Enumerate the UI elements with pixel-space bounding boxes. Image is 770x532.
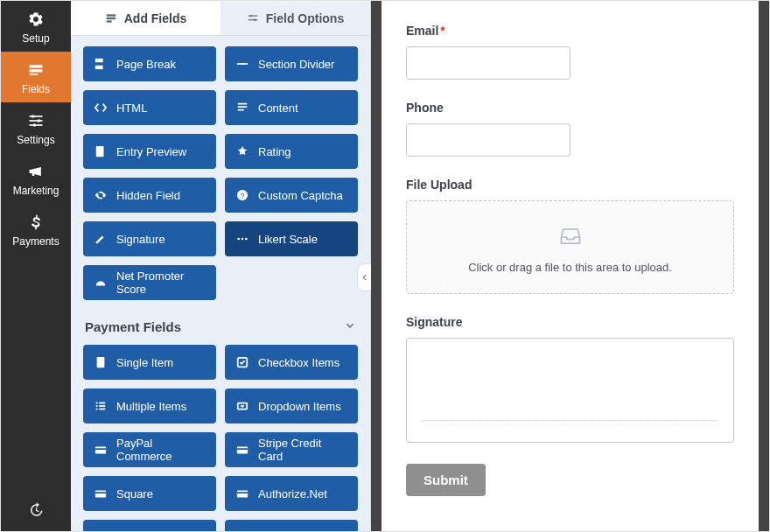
nav-item-marketing[interactable]: Marketing (1, 153, 71, 204)
svg-rect-20 (238, 106, 248, 108)
panel-tabs: Add Fields Field Options (71, 1, 370, 36)
card-icon (94, 486, 108, 500)
field-btn-signature[interactable]: Signature (83, 221, 216, 256)
inbox-icon (558, 224, 583, 252)
svg-rect-22 (96, 146, 104, 157)
field-label: Email* (406, 24, 734, 38)
field-btn-total[interactable]: Total (225, 520, 358, 531)
field-btn-html[interactable]: HTML (83, 90, 216, 125)
field-btn-stripe-credit-card[interactable]: Stripe Credit Card (225, 432, 358, 467)
svg-rect-34 (99, 405, 105, 407)
signature-canvas[interactable] (406, 338, 734, 443)
field-btn-authorize-net[interactable]: Authorize.Net (225, 476, 358, 511)
phone-input[interactable] (406, 123, 570, 157)
field-btn-section-divider[interactable]: Section Divider (225, 46, 358, 81)
svg-point-15 (254, 18, 256, 20)
nav-item-fields[interactable]: Fields (1, 52, 71, 102)
tab-label: Field Options (266, 11, 344, 25)
field-btn-label: Square (116, 487, 153, 500)
nav-item-setup[interactable]: Setup (1, 1, 71, 52)
field-btn-label: Checkbox Items (258, 356, 340, 369)
field-btn-page-break[interactable]: Page Break (83, 46, 216, 81)
section-header-payment-fields[interactable]: Payment Fields (85, 319, 356, 334)
pencil-icon (94, 232, 108, 246)
nav-label: Settings (17, 134, 54, 146)
submit-button[interactable]: Submit (406, 464, 486, 496)
nav-label: Fields (22, 83, 50, 95)
label-text: Email (406, 24, 438, 38)
primary-nav: Setup Fields Settings Marketing Payments (1, 1, 71, 531)
chevron-left-icon (360, 273, 369, 282)
field-btn-rating[interactable]: Rating (225, 134, 358, 169)
list-icon (94, 399, 108, 413)
field-phone[interactable]: Phone (406, 101, 734, 157)
field-btn-label: Stripe Credit Card (258, 437, 347, 463)
field-btn-dropdown-items[interactable]: Dropdown Items (225, 388, 358, 424)
field-btn-paypal-commerce[interactable]: PayPal Commerce (83, 432, 216, 467)
svg-rect-44 (237, 491, 248, 498)
card-icon (94, 443, 108, 457)
field-btn-entry-preview[interactable]: Entry Preview (83, 134, 216, 169)
svg-text:?: ? (241, 192, 245, 200)
sliders-icon (26, 111, 46, 130)
tab-add-fields[interactable]: Add Fields (71, 1, 220, 35)
field-group-payment: Single Item Checkbox Items Multiple Item… (83, 345, 358, 531)
svg-rect-16 (95, 59, 103, 62)
star-icon (235, 144, 249, 158)
field-btn-hidden-field[interactable]: Hidden Field (83, 178, 216, 213)
svg-rect-38 (95, 447, 106, 454)
nav-item-payments[interactable]: Payments (1, 204, 71, 255)
field-btn-label: Coupon (116, 531, 157, 532)
svg-rect-29 (97, 357, 105, 368)
check-icon (235, 355, 249, 369)
panel-collapse-handle[interactable] (357, 263, 371, 291)
field-btn-label: Hidden Field (116, 189, 180, 202)
gauge-icon (94, 276, 108, 290)
upload-hint: Click or drag a file to this area to upl… (468, 261, 672, 274)
field-btn-multiple-items[interactable]: Multiple Items (83, 388, 216, 424)
svg-point-26 (237, 238, 240, 241)
field-btn-custom-captcha[interactable]: ? Custom Captcha (225, 178, 358, 213)
svg-rect-11 (106, 20, 111, 22)
field-label: Phone (406, 101, 734, 115)
field-btn-label: Custom Captcha (258, 189, 343, 202)
field-email[interactable]: Email* (406, 24, 734, 80)
nav-item-settings[interactable]: Settings (1, 102, 71, 153)
eye-icon (94, 144, 108, 158)
field-btn-likert-scale[interactable]: Likert Scale (225, 221, 358, 256)
field-btn-single-item[interactable]: Single Item (83, 345, 216, 380)
field-file-upload[interactable]: File Upload Click or drag a file to this… (406, 178, 734, 294)
tab-field-options[interactable]: Field Options (220, 1, 370, 35)
dollar-icon (26, 213, 46, 232)
svg-rect-32 (99, 402, 105, 404)
field-btn-checkbox-items[interactable]: Checkbox Items (225, 345, 358, 380)
field-btn-label: Net Promoter Score (116, 270, 206, 296)
svg-rect-5 (30, 120, 43, 122)
field-btn-label: Single Item (116, 356, 173, 369)
svg-rect-42 (95, 491, 106, 498)
field-btn-square[interactable]: Square (83, 476, 216, 511)
dropdown-icon (235, 399, 249, 413)
field-signature[interactable]: Signature (406, 315, 734, 443)
card-icon (235, 486, 249, 500)
gear-icon (26, 10, 46, 29)
upload-dropzone[interactable]: Click or drag a file to this area to upl… (406, 200, 734, 294)
content-icon (235, 101, 249, 115)
form-icon (26, 60, 46, 80)
svg-point-4 (32, 115, 34, 117)
submit-row: Submit (406, 464, 734, 496)
email-input[interactable] (406, 46, 570, 80)
field-btn-label: Total (258, 531, 282, 532)
svg-rect-17 (95, 66, 103, 69)
svg-rect-36 (99, 409, 105, 410)
question-icon: ? (235, 188, 249, 202)
svg-rect-21 (238, 109, 244, 111)
svg-rect-3 (30, 116, 43, 117)
field-btn-label: Dropdown Items (258, 400, 341, 413)
svg-point-27 (242, 238, 244, 241)
field-btn-content[interactable]: Content (225, 90, 358, 125)
field-btn-coupon[interactable]: Coupon (83, 520, 216, 531)
history-button[interactable] (1, 489, 71, 531)
field-btn-nps[interactable]: Net Promoter Score (83, 265, 216, 300)
field-label: File Upload (406, 178, 734, 192)
